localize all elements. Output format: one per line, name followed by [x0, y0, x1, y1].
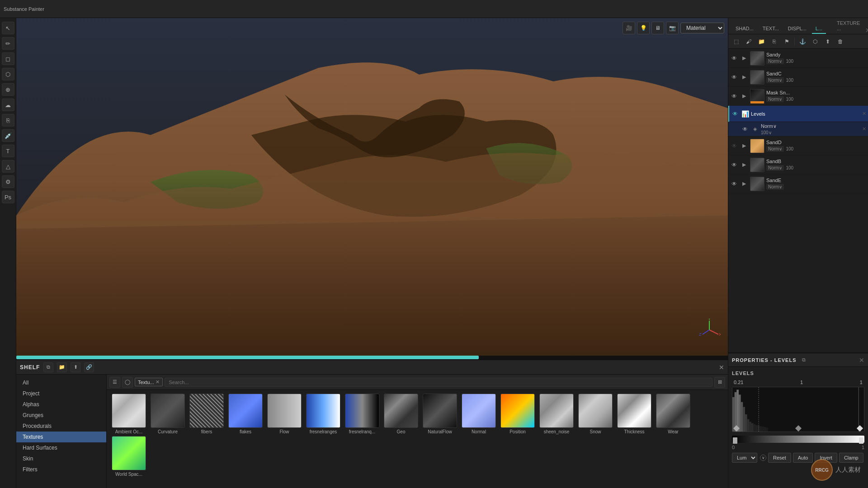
sidebar-item-skin[interactable]: Skin [16, 453, 106, 464]
props-maximize-icon[interactable]: ⧉ [800, 356, 808, 364]
viewport-scrollbar[interactable] [16, 356, 728, 359]
layer-vis-sandb[interactable]: 👁 [730, 161, 738, 169]
shelf-grid-view-btn[interactable]: ⊞ [714, 377, 725, 388]
shelf-close-btn[interactable]: ✕ [719, 364, 724, 371]
sidebar-item-procedurals[interactable]: Procedurals [16, 421, 106, 432]
tool-clone[interactable]: ⎘ [2, 114, 14, 127]
levels-white-thumb[interactable] [857, 425, 863, 432]
tool-erase[interactable]: ◻ [2, 52, 14, 65]
levels-mid-thumb[interactable] [795, 425, 801, 432]
shelf-item-label-flow: Flow [266, 429, 302, 434]
layer-vis-sandd[interactable]: 👁 [730, 142, 738, 150]
viewport-render-icon[interactable]: 🖥 [651, 22, 664, 34]
tool-settings[interactable]: ⚙ [2, 175, 14, 188]
layer-item-masksn[interactable]: 👁 ▶ Mask Sn... Norm∨ 100 [728, 87, 868, 106]
layer-item-levels[interactable]: 👁 📊 Levels ✕ [728, 106, 868, 122]
layer-vis-sande[interactable]: 👁 [730, 180, 738, 188]
shelf-icon-folder[interactable]: 📁 [57, 362, 67, 372]
tool-photoshop[interactable]: Ps [2, 191, 14, 203]
layer-add-folder[interactable]: 📁 [755, 36, 767, 47]
layer-duplicate[interactable]: ⎘ [768, 36, 780, 47]
sidebar-item-alphas[interactable]: Alphas [16, 399, 106, 410]
levels-lum-dropdown[interactable]: Lum [732, 453, 757, 463]
layer-vis-norm-sub[interactable]: 👁 [741, 125, 749, 133]
shelf-item-snow[interactable]: Snow [577, 394, 614, 434]
shelf-item-geo[interactable]: Geo [382, 394, 420, 434]
sidebar-item-hard-surfaces[interactable]: Hard Surfaces [16, 442, 106, 453]
shelf-icon-link[interactable]: 🔗 [84, 362, 94, 372]
layer-bake[interactable]: ⬡ [809, 36, 821, 47]
shelf-item-fresnelranges2[interactable]: fresnelranq... [344, 394, 381, 434]
tab-texture[interactable]: TEXT... [759, 24, 783, 34]
viewport-scrollbar-thumb[interactable] [16, 356, 479, 359]
sidebar-item-all[interactable]: All [16, 377, 106, 388]
tab-shader[interactable]: SHAD... [732, 24, 757, 34]
layer-item-sandd[interactable]: 👁 ▶ SandD Norm∨ 100 [728, 136, 868, 155]
levels-output-black-thumb[interactable] [733, 437, 737, 444]
material-dropdown[interactable]: Material [680, 23, 724, 33]
shelf-item-flakes[interactable]: flakes [227, 394, 264, 434]
shelf-item-fresnelranges1[interactable]: fresnelranges [305, 394, 342, 434]
shelf-search-input[interactable] [165, 378, 712, 387]
layer-vis-levels[interactable]: 👁 [731, 110, 739, 118]
shelf-item-curvature[interactable]: Curvature [149, 394, 186, 434]
layer-item-norm-sub[interactable]: 👁 ◈ Norm∨ 100∨ ✕ [728, 122, 868, 136]
sidebar-item-project[interactable]: Project [16, 388, 106, 399]
tab-texture-set[interactable]: TEXTURE ... [833, 19, 863, 34]
levels-auto-btn[interactable]: Auto [793, 453, 813, 463]
levels-output-slider[interactable] [732, 436, 864, 443]
sidebar-item-grunges[interactable]: Grunges [16, 410, 106, 421]
layer-add-fill[interactable]: ⬚ [730, 36, 742, 47]
levels-reset-btn[interactable]: Reset [768, 453, 791, 463]
layer-delete[interactable]: 🗑 [835, 36, 846, 47]
levels-lum-arrow[interactable]: ∨ [760, 455, 766, 461]
shelf-item-worldspace[interactable]: World Spac... [110, 436, 147, 477]
tool-eyedrop[interactable]: 💉 [2, 129, 14, 142]
tool-geometry[interactable]: △ [2, 160, 14, 173]
levels-black-thumb[interactable] [733, 425, 740, 432]
shelf-item-ambient-oc[interactable]: Ambient Oc... [110, 394, 147, 434]
shelf-item-flow[interactable]: Flow [266, 394, 303, 434]
shelf-item-normal[interactable]: Normal [460, 394, 497, 434]
layer-export[interactable]: ⬆ [822, 36, 834, 47]
panel-close-icon[interactable]: ✕ [865, 27, 868, 34]
layer-group[interactable]: ⚑ [781, 36, 793, 47]
sidebar-item-textures[interactable]: Textures [16, 432, 106, 442]
layer-vis-masksn[interactable]: 👁 [730, 92, 738, 100]
tool-transform[interactable]: ⊕ [2, 83, 14, 96]
tool-text[interactable]: T [2, 145, 14, 157]
viewport-photo-icon[interactable]: 📷 [666, 22, 679, 34]
tool-cursor[interactable]: ↖ [2, 22, 14, 34]
sidebar-item-filters[interactable]: Filters [16, 464, 106, 475]
tool-paint[interactable]: ✏ [2, 37, 14, 50]
layer-item-sandb[interactable]: 👁 ▶ SandB Norm∨ 100 [728, 155, 868, 174]
layer-item-sande[interactable]: 👁 ▶ SandE Norm∨ [728, 174, 868, 193]
layer-item-sandc[interactable]: 👁 ▶ SandC Norm∨ 100 [728, 68, 868, 87]
shelf-item-fibers[interactable]: fibers [188, 394, 225, 434]
shelf-item-thickness[interactable]: Thickness [616, 394, 653, 434]
tab-layers[interactable]: L... [812, 24, 826, 34]
layer-vis-sandc[interactable]: 👁 [730, 73, 738, 81]
layer-close-levels[interactable]: ✕ [862, 111, 866, 117]
shelf-icon-import[interactable]: ⬆ [71, 362, 80, 372]
layer-close-norm-sub[interactable]: ✕ [862, 126, 866, 132]
shelf-filter-icon[interactable]: ☰ [109, 377, 120, 388]
layer-add-paint[interactable]: 🖌 [743, 36, 755, 47]
viewport-light-icon[interactable]: 💡 [637, 22, 650, 34]
shelf-item-wear[interactable]: Wear [655, 394, 692, 434]
props-close-btn[interactable]: ✕ [859, 357, 864, 364]
viewport-camera-icon[interactable]: 🎥 [623, 22, 635, 34]
shelf-item-naturalflow[interactable]: NaturalFlow [421, 394, 458, 434]
shelf-item-sheen[interactable]: sheen_noise [538, 394, 575, 434]
layer-vis-sandy[interactable]: 👁 [730, 54, 738, 62]
tool-polygon[interactable]: ⬡ [2, 68, 14, 80]
shelf-tag-close[interactable]: ✕ [156, 379, 160, 385]
shelf-search-icon[interactable]: ◯ [122, 377, 133, 388]
layer-anchor[interactable]: ⚓ [797, 36, 808, 47]
shelf-icon-maximize[interactable]: ⧉ [43, 362, 53, 372]
tab-display[interactable]: DISPL... [784, 24, 810, 34]
levels-output-white-thumb[interactable] [859, 437, 863, 444]
tool-smudge[interactable]: ☁ [2, 99, 14, 111]
layer-item-sandy[interactable]: 👁 ▶ Sandy Norm∨ 100 [728, 49, 868, 68]
shelf-item-position[interactable]: Position [499, 394, 536, 434]
